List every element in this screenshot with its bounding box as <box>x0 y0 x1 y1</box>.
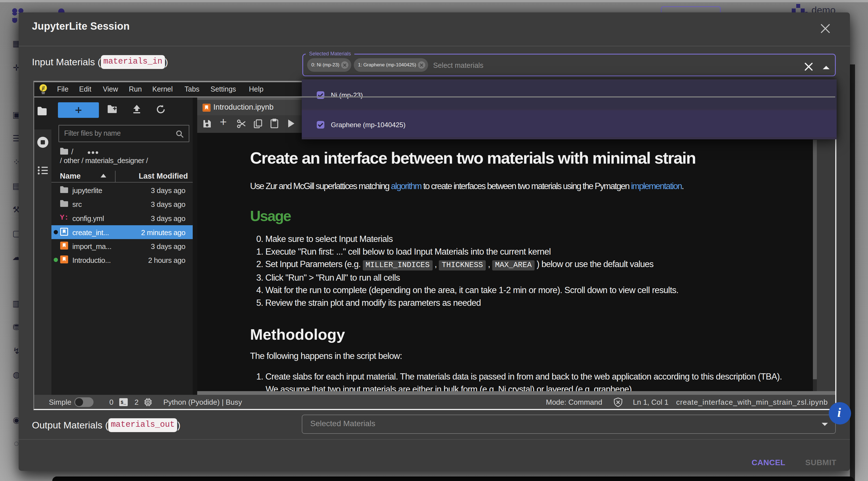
svg-text:$_: $_ <box>121 400 126 405</box>
